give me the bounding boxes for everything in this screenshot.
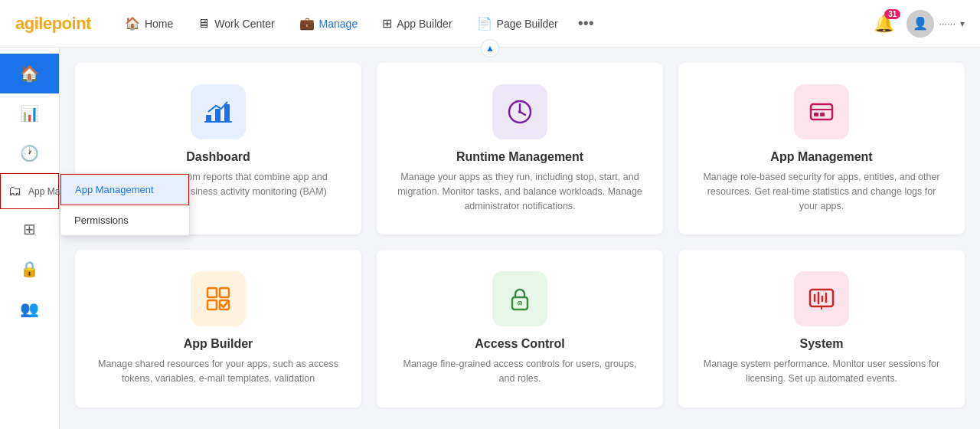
nav-manage[interactable]: 💼 Manage (289, 10, 369, 37)
nav-appbuilder-label: App Builder (397, 18, 452, 30)
svg-rect-8 (811, 104, 832, 120)
submenu-item-appmanagement[interactable]: App Management (60, 174, 189, 205)
sidebar-lock-icon: 🔒 (20, 260, 39, 278)
nav-pagebuilder-label: Page Builder (497, 18, 558, 30)
sidebar-item-lock[interactable]: 🔒 (0, 249, 59, 289)
card-appmanagement[interactable]: App Management Manage role-based securit… (678, 63, 965, 234)
layout: 🏠 📊 🕐 🗂 App Management › App Management … (0, 47, 980, 429)
card-accesscontrol-title: Access Control (475, 337, 564, 351)
card-runtime[interactable]: Runtime Management Manage your apps as t… (377, 63, 663, 234)
nav-home-label: Home (145, 18, 173, 30)
sidebar-item-appmanagement[interactable]: 🗂 App Management › (0, 173, 59, 209)
sidebar-item-clock[interactable]: 🕐 (0, 133, 59, 173)
card-appbuilder-icon (191, 271, 246, 326)
card-accesscontrol-desc: Manage fine-grained access controls for … (395, 357, 645, 386)
chevron-down-icon: ▾ (960, 18, 965, 29)
nav-manage-label: Manage (319, 18, 358, 30)
logo-point: point (52, 14, 91, 33)
sidebar-apps-icon: ⊞ (23, 220, 36, 238)
sidebar-home-icon: 🏠 (20, 64, 39, 83)
sidebar: 🏠 📊 🕐 🗂 App Management › App Management … (0, 47, 60, 429)
card-appmanagement-icon (794, 84, 849, 139)
nav-home[interactable]: 🏠 Home (114, 10, 184, 37)
card-system-desc: Manage system performance. Monitor user … (697, 357, 946, 386)
workcenter-icon: 🖥 (198, 17, 210, 31)
home-icon: 🏠 (125, 16, 140, 31)
notification-badge: 31 (884, 9, 900, 19)
card-runtime-icon (492, 84, 547, 139)
card-system-title: System (800, 337, 844, 351)
pagebuilder-icon: 📄 (477, 16, 492, 31)
logo-agile: agile (15, 14, 52, 33)
card-appmanagement-title: App Management (770, 150, 872, 164)
main-nav: 🏠 Home 🖥 Work Center 💼 Manage ⊞ App Buil… (114, 8, 874, 38)
sidebar-users-icon: 👥 (20, 300, 39, 318)
card-appbuilder-desc: Manage shared resources for your apps, s… (93, 357, 343, 386)
card-appbuilder[interactable]: App Builder Manage shared resources for … (75, 250, 361, 408)
sidebar-item-home[interactable]: 🏠 (0, 54, 59, 93)
submenu-item-permissions[interactable]: Permissions (60, 205, 189, 235)
avatar: 👤 (906, 10, 934, 38)
card-system-icon (794, 271, 849, 326)
avatar-icon: 👤 (913, 16, 928, 31)
main-content: Dashboard Use OOTB or custom reports tha… (60, 47, 980, 429)
notification-bell[interactable]: 🔔 31 (874, 14, 894, 34)
card-system[interactable]: System Manage system performance. Monito… (678, 250, 965, 408)
user-menu[interactable]: 👤 ······ ▾ (906, 10, 965, 38)
nav-workcenter-label: Work Center (214, 18, 274, 30)
sidebar-item-apps[interactable]: ⊞ (0, 209, 59, 249)
manage-icon: 💼 (299, 16, 315, 31)
svg-rect-10 (814, 113, 818, 116)
card-appbuilder-title: App Builder (184, 337, 253, 351)
sidebar-chart-icon: 📊 (20, 104, 39, 123)
card-runtime-title: Runtime Management (456, 150, 583, 164)
svg-rect-12 (207, 288, 217, 297)
nav-more[interactable]: ••• (572, 8, 600, 38)
card-dashboard-title: Dashboard (186, 150, 250, 164)
sidebar-item-chart[interactable]: 📊 (0, 93, 59, 133)
sidebar-appman-icon: 🗂 (8, 183, 22, 199)
sidebar-item-users[interactable]: 👥 (0, 289, 59, 329)
card-dashboard-icon (191, 84, 246, 139)
collapse-arrow[interactable]: ▲ (481, 39, 499, 57)
svg-text:0: 0 (518, 301, 521, 306)
svg-rect-2 (224, 104, 230, 123)
card-appmanagement-desc: Manage role-based security for apps, ent… (697, 170, 946, 213)
appman-submenu: App Management Permissions (60, 173, 190, 236)
nav-workcenter[interactable]: 🖥 Work Center (187, 11, 285, 37)
nav-appbuilder[interactable]: ⊞ App Builder (371, 10, 462, 37)
card-runtime-desc: Manage your apps as they run, including … (395, 170, 645, 213)
logo-text: agilepoint (15, 14, 91, 34)
svg-rect-11 (820, 113, 825, 116)
card-accesscontrol-icon: 0 (492, 271, 547, 326)
card-accesscontrol[interactable]: 0 Access Control Manage fine-grained acc… (377, 250, 663, 408)
user-name: ······ (939, 18, 956, 29)
svg-rect-13 (220, 288, 229, 297)
svg-rect-3 (204, 121, 232, 123)
sidebar-clock-icon: 🕐 (20, 144, 39, 162)
svg-rect-1 (215, 109, 220, 123)
svg-point-7 (518, 110, 521, 113)
sidebar-appman-container: 🗂 App Management › App Management Permis… (0, 173, 59, 209)
header: agilepoint 🏠 Home 🖥 Work Center 💼 Manage… (0, 0, 980, 47)
header-right: 🔔 31 👤 ······ ▾ (874, 10, 965, 38)
nav-pagebuilder[interactable]: 📄 Page Builder (466, 10, 569, 37)
logo: agilepoint (15, 14, 91, 34)
svg-rect-14 (207, 300, 217, 309)
appbuilder-icon: ⊞ (382, 16, 392, 31)
